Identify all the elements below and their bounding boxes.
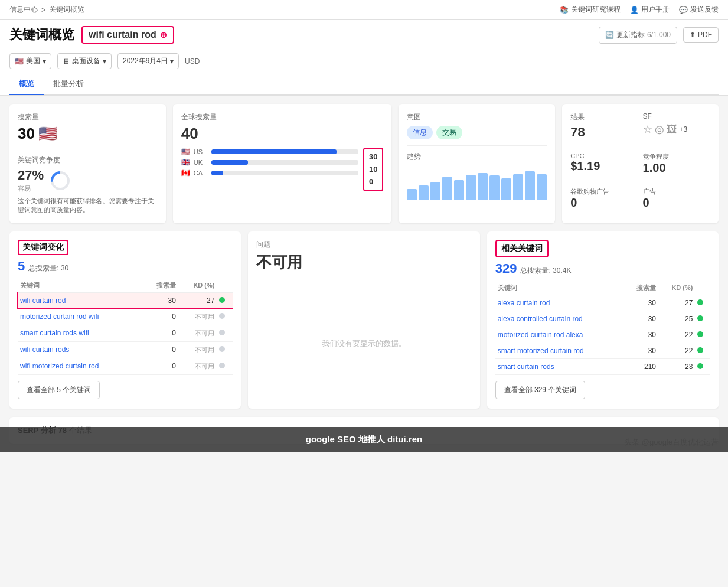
- cards-row-1: 搜索量 30 🇺🇸 关键词竞争度 27% 容易: [9, 104, 719, 223]
- problems-card: 问题 不可用 我们没有要显示的数据。: [248, 231, 479, 409]
- trend-bars: [407, 164, 547, 200]
- kw-count: 5: [18, 259, 25, 274]
- competition-value: 27%: [18, 168, 44, 183]
- results-card: 结果 78 SF ☆ ◎ 🖼 +3: [562, 104, 719, 223]
- top-bar: 信息中心 > 关键词概览 📚 关键词研究课程 👤 用户手册 💬 发送反馈: [0, 0, 728, 20]
- tab-row: 概览 批量分析: [9, 74, 719, 95]
- view-all-related-button[interactable]: 查看全部 329 个关键词: [495, 381, 586, 399]
- search-volume-value: 30 🇺🇸: [18, 125, 158, 143]
- country-values-box: 30 10 0: [363, 148, 383, 191]
- refresh-icon: 🔄: [605, 31, 614, 39]
- plus-icon[interactable]: ⊕: [160, 30, 167, 40]
- filter-row: 🇺🇸 美国 ▾ 🖥 桌面设备 ▾ 2022年9月4日 ▾ USD: [9, 48, 719, 74]
- related-kw-table: 关键词 搜索量 KD (%) alexa curtain rod3027alex…: [495, 281, 710, 375]
- competition-label: 关键词竞争度: [18, 155, 158, 165]
- ads-label: 谷歌购物广告: [570, 187, 638, 196]
- header-row: 关键词概览 wifi curtain rod ⊕ 🔄 更新指标 6/1,000 …: [0, 20, 728, 96]
- competition-level: 容易: [18, 184, 44, 193]
- title-row: 关键词概览 wifi curtain rod ⊕ 🔄 更新指标 6/1,000 …: [9, 26, 719, 44]
- related-keywords-card: 相关关键词 329 总搜索量: 30.4K 关键词 搜索量 KD (%): [487, 231, 719, 409]
- donut-chart: [50, 170, 71, 191]
- header-actions: 🔄 更新指标 6/1,000 ⬆ PDF: [599, 27, 719, 44]
- related-count: 329: [495, 261, 517, 276]
- global-label: 全球搜索量: [181, 112, 384, 122]
- chevron-icon-3: ▾: [170, 57, 174, 66]
- currency-label: USD: [185, 57, 200, 66]
- advert-col: 广告 0: [643, 187, 710, 210]
- country-row-uk: 🇬🇧 UK: [181, 158, 358, 167]
- problems-label: 问题: [256, 240, 471, 250]
- user-manual-link[interactable]: 👤 用户手册: [630, 5, 670, 15]
- chevron-icon: ▾: [43, 57, 46, 66]
- breadcrumb: 信息中心 > 关键词概览: [9, 5, 84, 15]
- feedback-link[interactable]: 💬 发送反馈: [679, 5, 719, 15]
- us-flag: 🇺🇸: [38, 125, 57, 143]
- page-wrapper: 信息中心 > 关键词概览 📚 关键词研究课程 👤 用户手册 💬 发送反馈 关键词…: [0, 0, 728, 452]
- main-content: 搜索量 30 🇺🇸 关键词竞争度 27% 容易: [0, 96, 728, 452]
- update-metrics-button[interactable]: 🔄 更新指标 6/1,000: [599, 27, 677, 44]
- flag-icon: 🇺🇸: [15, 57, 24, 66]
- country-row-us: 🇺🇸 US: [181, 148, 358, 156]
- tag-info: 信息: [407, 126, 433, 139]
- country-filter[interactable]: 🇺🇸 美国 ▾: [9, 53, 51, 69]
- results-label: 结果: [570, 112, 638, 122]
- kd-description: 这个关键词很有可能获得排名。您需要专注于关键词意图的高质量内容。: [18, 197, 158, 215]
- star-icon: ☆: [643, 123, 652, 136]
- sf-icons: ☆ ◎ 🖼 +3: [643, 123, 710, 136]
- kd-row: 27% 容易: [18, 168, 158, 193]
- keyword-changes-card: 关键词变化 5 总搜索量: 30 关键词 搜索量 KD (%): [9, 231, 241, 409]
- results-value: 78: [570, 125, 638, 140]
- ads-value: 0: [570, 196, 638, 210]
- device-filter[interactable]: 🖥 桌面设备 ▾: [57, 53, 112, 69]
- keyword-text: wifi curtain rod: [89, 30, 156, 40]
- book-icon: 📚: [560, 6, 569, 14]
- related-kw-title: 相关关键词: [501, 243, 543, 253]
- competition-col: 竞争程度 1.00: [643, 152, 710, 175]
- intent-tags: 信息 交易: [407, 126, 547, 139]
- intent-card: 意图 信息 交易 趋势: [399, 104, 555, 223]
- upload-icon: ⬆: [690, 31, 696, 39]
- not-available: 不可用: [256, 252, 471, 273]
- keyword-badge: wifi curtain rod ⊕: [81, 26, 174, 44]
- keyword-research-link[interactable]: 📚 关键词研究课程: [560, 5, 621, 15]
- cpc-value: $1.19: [570, 159, 638, 173]
- cpc-label: CPC: [570, 152, 638, 159]
- global-value: 40: [181, 125, 384, 143]
- breadcrumb-current: 关键词概览: [49, 5, 84, 15]
- view-all-kw-button[interactable]: 查看全部 5 个关键词: [18, 381, 100, 399]
- country-row-ca: 🇨🇦 CA: [181, 169, 358, 177]
- overlay-bar: google SEO 地推人 ditui.ren: [0, 427, 728, 452]
- advert-label: 广告: [643, 187, 710, 196]
- breadcrumb-sep: >: [41, 6, 45, 14]
- results-col: 结果 78: [570, 112, 638, 140]
- breadcrumb-parent[interactable]: 信息中心: [9, 5, 38, 15]
- person-icon: 👤: [630, 6, 639, 14]
- cpc-col: CPC $1.19: [570, 152, 638, 175]
- image-icon: 🖼: [667, 123, 677, 136]
- global-search-card: 全球搜索量 40 🇺🇸 US 🇬🇧 UK: [173, 104, 392, 223]
- top-bar-right: 📚 关键词研究课程 👤 用户手册 💬 发送反馈: [560, 5, 719, 15]
- kw-changes-table: 关键词 搜索量 KD (%) wifi curtain rod3027motor…: [18, 279, 233, 375]
- tab-batch[interactable]: 批量分析: [44, 74, 93, 95]
- sf-col: SF ☆ ◎ 🖼 +3: [643, 112, 710, 140]
- circle-icon: ◎: [655, 123, 664, 136]
- desktop-icon: 🖥: [63, 57, 70, 66]
- page-title: 关键词概览: [9, 26, 74, 44]
- kw-changes-title: 关键词变化: [22, 242, 64, 252]
- trend-label: 趋势: [407, 152, 547, 162]
- pdf-button[interactable]: ⬆ PDF: [683, 27, 719, 43]
- tag-trade: 交易: [436, 126, 462, 139]
- advert-value: 0: [643, 196, 710, 210]
- sf-label: SF: [643, 112, 710, 120]
- second-row: 关键词变化 5 总搜索量: 30 关键词 搜索量 KD (%): [9, 231, 719, 409]
- tab-overview[interactable]: 概览: [9, 74, 44, 95]
- chevron-icon-2: ▾: [103, 57, 106, 66]
- no-data-msg: 我们没有要显示的数据。: [322, 338, 406, 349]
- search-volume-label: 搜索量: [18, 112, 158, 122]
- ads-col: 谷歌购物广告 0: [570, 187, 638, 210]
- search-volume-card: 搜索量 30 🇺🇸 关键词竞争度 27% 容易: [9, 104, 166, 223]
- comp-label: 竞争程度: [643, 152, 710, 161]
- intent-label: 意图: [407, 112, 547, 122]
- comp-value: 1.00: [643, 161, 710, 175]
- date-filter[interactable]: 2022年9月4日 ▾: [117, 53, 179, 69]
